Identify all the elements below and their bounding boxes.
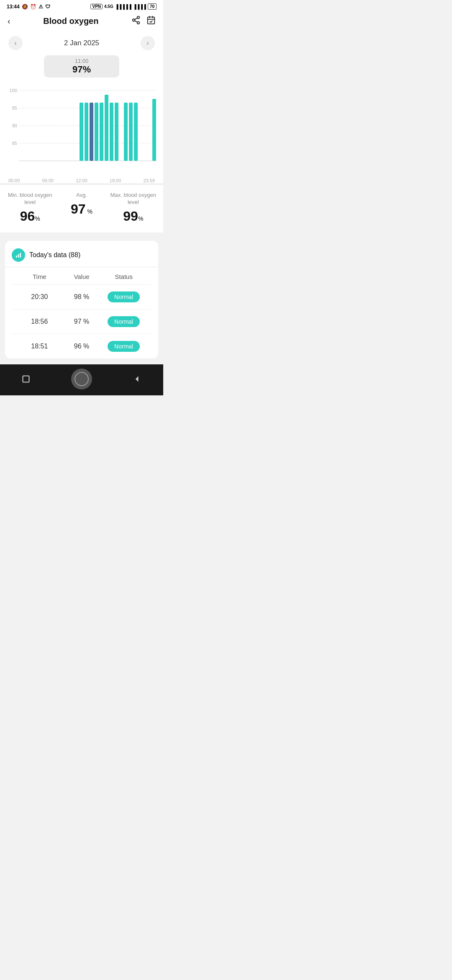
tooltip-value: 97% bbox=[52, 64, 111, 75]
min-stat: Min. blood oxygenlevel 96% bbox=[4, 192, 56, 224]
max-stat: Max. blood oxygenlevel 99% bbox=[108, 192, 159, 224]
svg-text:85: 85 bbox=[12, 141, 17, 146]
table-row[interactable]: 20:30 98 % Normal bbox=[12, 284, 152, 309]
alarm-icon: ⏰ bbox=[30, 4, 36, 10]
avg-stat-label: Avg. bbox=[56, 192, 107, 199]
data-section-header: Today's data (88) bbox=[12, 248, 152, 262]
svg-rect-27 bbox=[129, 103, 133, 161]
status-badge-1: Normal bbox=[108, 316, 140, 327]
header-actions bbox=[131, 15, 156, 27]
data-section-title: Today's data (88) bbox=[29, 251, 80, 259]
col-header-status: Status bbox=[103, 273, 145, 280]
svg-marker-34 bbox=[136, 376, 139, 382]
svg-rect-32 bbox=[20, 253, 21, 257]
svg-text:90: 90 bbox=[12, 123, 17, 128]
row-time-0: 20:30 bbox=[18, 293, 61, 301]
row-time-1: 18:56 bbox=[18, 318, 61, 325]
calendar-button[interactable] bbox=[146, 15, 156, 27]
x-label-3: 18:00 bbox=[110, 178, 121, 183]
svg-rect-20 bbox=[90, 103, 93, 161]
section-divider bbox=[0, 232, 163, 237]
max-stat-label: Max. blood oxygenlevel bbox=[108, 192, 159, 206]
signal2-icon: ▐▐▐▐ bbox=[133, 4, 146, 9]
svg-rect-23 bbox=[105, 95, 108, 161]
signal-icon: ▐▐▐▐▐ bbox=[115, 4, 131, 9]
status-bar: 13:44 🔕 ⏰ ⚠ 🛡 VPN 4.5G ▐▐▐▐▐ ▐▐▐▐ 70 bbox=[0, 0, 163, 11]
page-title: Blood oxygen bbox=[43, 16, 98, 26]
current-date: 2 Jan 2025 bbox=[64, 39, 99, 47]
avg-stat-value: 97 % bbox=[56, 201, 107, 217]
nav-home-button[interactable] bbox=[71, 369, 92, 389]
page-header: ‹ Blood oxygen bbox=[0, 11, 163, 33]
svg-rect-33 bbox=[23, 376, 29, 382]
network-label: 4.5G bbox=[104, 4, 113, 9]
status-right: VPN 4.5G ▐▐▐▐▐ ▐▐▐▐ 70 bbox=[90, 3, 157, 10]
min-stat-value: 96% bbox=[4, 209, 56, 224]
nav-home-inner bbox=[74, 372, 89, 386]
row-value-1: 97 % bbox=[61, 318, 103, 325]
nav-bar bbox=[0, 364, 163, 395]
svg-rect-18 bbox=[80, 103, 83, 161]
row-status-2: Normal bbox=[103, 341, 145, 352]
svg-line-3 bbox=[135, 21, 137, 22]
warning-icon: ⚠ bbox=[39, 4, 43, 10]
mute-icon: 🔕 bbox=[22, 4, 28, 10]
x-label-0: 00:00 bbox=[8, 178, 20, 183]
svg-rect-26 bbox=[124, 103, 128, 161]
status-badge-0: Normal bbox=[108, 291, 140, 302]
min-stat-label: Min. blood oxygenlevel bbox=[4, 192, 56, 206]
svg-text:95: 95 bbox=[12, 106, 17, 111]
svg-rect-25 bbox=[115, 103, 118, 161]
svg-rect-21 bbox=[95, 103, 98, 161]
shield-icon: 🛡 bbox=[45, 4, 50, 10]
col-header-time: Time bbox=[18, 273, 61, 280]
row-value-0: 98 % bbox=[61, 293, 103, 301]
status-time: 13:44 bbox=[7, 4, 20, 10]
row-value-2: 96 % bbox=[61, 343, 103, 350]
stats-row: Min. blood oxygenlevel 96% Avg. 97 % Max… bbox=[0, 185, 163, 232]
svg-rect-28 bbox=[134, 103, 138, 161]
x-label-4: 23:59 bbox=[143, 178, 155, 183]
table-row[interactable]: 18:56 97 % Normal bbox=[12, 309, 152, 334]
avg-stat: Avg. 97 % bbox=[56, 192, 107, 224]
data-section: Today's data (88) Time Value Status 20:3… bbox=[5, 241, 158, 358]
tooltip-time: 11:00 bbox=[52, 58, 111, 64]
x-label-2: 12:00 bbox=[76, 178, 87, 183]
data-icon bbox=[12, 248, 25, 262]
table-row[interactable]: 18:51 96 % Normal bbox=[12, 334, 152, 358]
svg-rect-22 bbox=[100, 103, 103, 161]
row-status-1: Normal bbox=[103, 316, 145, 327]
svg-line-4 bbox=[135, 18, 137, 20]
nav-back-button[interactable] bbox=[131, 373, 144, 385]
status-badge-2: Normal bbox=[108, 341, 140, 352]
svg-rect-19 bbox=[85, 103, 88, 161]
table-header: Time Value Status bbox=[12, 267, 152, 284]
x-axis-labels: 00:00 06:00 12:00 18:00 23:59 bbox=[7, 176, 157, 183]
x-label-1: 06:00 bbox=[42, 178, 54, 183]
nav-square-button[interactable] bbox=[20, 373, 32, 385]
battery-icon: 70 bbox=[148, 3, 157, 10]
next-date-button[interactable]: › bbox=[141, 36, 155, 50]
chart-tooltip: 11:00 97% bbox=[44, 55, 119, 77]
chart-section: 11:00 97% 100 95 90 85 bbox=[0, 55, 163, 183]
status-left: 13:44 🔕 ⏰ ⚠ 🛡 bbox=[7, 4, 50, 10]
vpn-badge: VPN bbox=[90, 4, 103, 9]
svg-rect-30 bbox=[16, 255, 17, 258]
svg-rect-29 bbox=[152, 99, 156, 161]
date-navigation: ‹ 2 Jan 2025 › bbox=[0, 33, 163, 55]
max-stat-value: 99% bbox=[108, 209, 159, 224]
prev-date-button[interactable]: ‹ bbox=[8, 36, 23, 50]
svg-rect-24 bbox=[110, 103, 113, 161]
row-status-0: Normal bbox=[103, 291, 145, 302]
svg-rect-5 bbox=[148, 17, 155, 24]
back-button[interactable]: ‹ bbox=[8, 16, 10, 26]
svg-text:100: 100 bbox=[10, 88, 17, 93]
col-header-value: Value bbox=[61, 273, 103, 280]
chart-svg: 100 95 90 85 bbox=[7, 84, 157, 176]
bar-chart[interactable]: 100 95 90 85 bbox=[7, 84, 157, 176]
svg-rect-31 bbox=[18, 254, 19, 258]
share-button[interactable] bbox=[131, 15, 141, 27]
row-time-2: 18:51 bbox=[18, 343, 61, 350]
